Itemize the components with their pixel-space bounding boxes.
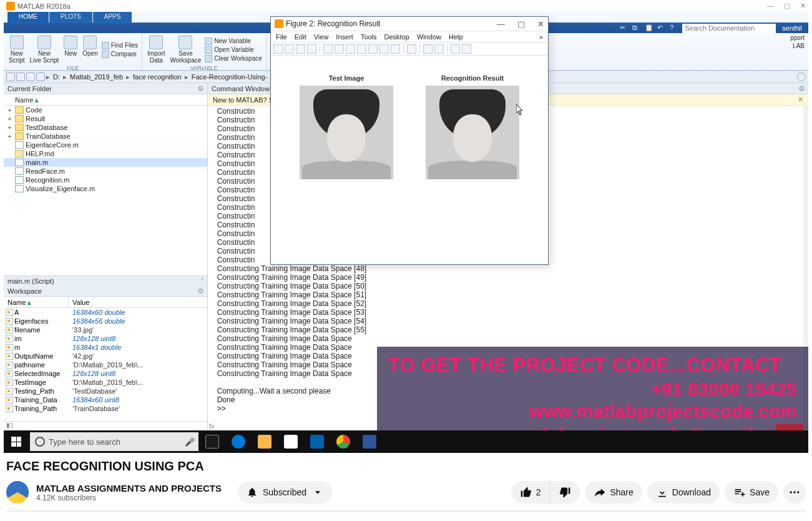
cf-item[interactable]: +Result: [4, 114, 207, 123]
search-documentation-input[interactable]: [682, 24, 776, 33]
ws-row[interactable]: TestImage'D:\Matlab_2019_feb\...: [4, 378, 207, 387]
cf-item[interactable]: main.m: [4, 158, 207, 167]
fx-label[interactable]: fx: [209, 422, 215, 430]
folder-icon[interactable]: [36, 72, 45, 81]
ws-row[interactable]: Training_Data16384x60 uint8: [4, 395, 207, 404]
banner-close-icon[interactable]: ✕: [798, 96, 803, 104]
figure-window[interactable]: Figure 2: Recognition Result — ▢ ✕ FileE…: [270, 16, 549, 265]
task-view-button[interactable]: [200, 430, 225, 453]
cf-column-header[interactable]: Name ▲: [4, 94, 207, 106]
cf-item[interactable]: +TrainDatabase: [4, 132, 207, 141]
fig-open-icon[interactable]: [285, 44, 294, 54]
crumb-2[interactable]: face recognition: [131, 73, 183, 81]
chrome-app-icon[interactable]: [331, 430, 356, 453]
tab-home[interactable]: HOME: [7, 12, 49, 22]
open-variable-button[interactable]: Open Variable: [205, 46, 262, 54]
fig-legend-icon[interactable]: [434, 44, 444, 54]
crumb-3[interactable]: Face-Recognition-Using-: [190, 73, 270, 81]
cf-item[interactable]: +TestDatabase: [4, 123, 207, 132]
windows-taskbar[interactable]: Type here to search 🎤: [4, 430, 808, 453]
qa-undo-icon[interactable]: ↶: [657, 24, 666, 32]
crumb-drive[interactable]: D:: [51, 73, 62, 81]
more-actions-button[interactable]: [783, 481, 806, 504]
cf-item[interactable]: Recognition.m: [4, 176, 207, 184]
fig-hide-icon[interactable]: [451, 44, 460, 54]
figure-menu-help[interactable]: Help: [449, 33, 463, 41]
cf-item[interactable]: HELP.md: [4, 149, 207, 158]
ws-row[interactable]: Testing_Path'TestDatabase': [4, 387, 207, 395]
new-button[interactable]: New: [62, 34, 79, 65]
ws-row[interactable]: OutputName'42.jpg': [4, 352, 207, 360]
explorer-app-icon[interactable]: [252, 430, 277, 453]
figure-toolbar[interactable]: [271, 42, 548, 56]
figure-menubar[interactable]: FileEditViewInsertToolsDesktopWindowHelp…: [271, 31, 548, 42]
fig-zoomin-icon[interactable]: [335, 44, 344, 54]
fig-pointer-icon[interactable]: [323, 44, 333, 54]
fig-new-icon[interactable]: [273, 44, 283, 54]
figure-menu-view[interactable]: View: [314, 33, 329, 41]
address-search-icon[interactable]: [797, 72, 806, 81]
fig-save-icon[interactable]: [296, 44, 305, 54]
ws-row[interactable]: filename'33.jpg': [4, 325, 207, 334]
ws-row[interactable]: Eigenfaces16384x56 double: [4, 317, 207, 325]
download-button[interactable]: Download: [647, 481, 720, 504]
fig-brush-icon[interactable]: [391, 44, 400, 54]
user-label[interactable]: senthil: [780, 24, 805, 32]
save-button[interactable]: Save: [725, 481, 778, 504]
figure-menu-insert[interactable]: Insert: [336, 33, 353, 41]
ws-row[interactable]: Training_Path'TrainDatabase': [4, 404, 207, 413]
workspace-columns[interactable]: Name ▲ Value: [4, 297, 207, 308]
tab-plots[interactable]: PLOTS: [49, 12, 92, 22]
dislike-button[interactable]: [550, 481, 580, 504]
crumb-1[interactable]: Matlab_2019_feb: [68, 73, 125, 81]
import-data-button[interactable]: Import Data: [146, 34, 166, 65]
new-script-button[interactable]: New Script: [7, 34, 26, 65]
share-button[interactable]: Share: [585, 481, 642, 504]
nav-up-icon[interactable]: [26, 72, 35, 81]
taskbar-search[interactable]: Type here to search 🎤: [30, 432, 198, 451]
nav-fwd-icon[interactable]: [16, 72, 25, 81]
fig-link-icon[interactable]: [407, 44, 416, 54]
workspace-slider[interactable]: ▮▯: [4, 421, 207, 430]
fig-dock-icon[interactable]: [462, 44, 471, 54]
workspace-list[interactable]: A16384x60 doubleEigenfaces16384x56 doubl…: [4, 308, 207, 421]
ws-row[interactable]: im128x128 uint8: [4, 334, 207, 343]
fig-rotate-icon[interactable]: [368, 44, 378, 54]
word-app-icon[interactable]: [357, 430, 382, 453]
figure-close-button[interactable]: ✕: [537, 19, 544, 29]
cf-item[interactable]: ReadFace.m: [4, 167, 207, 176]
save-workspace-button[interactable]: Save Workspace: [169, 34, 202, 65]
qa-cut-icon[interactable]: ✂: [620, 24, 629, 32]
ws-row[interactable]: m16384x1 double: [4, 343, 207, 352]
store-app-icon[interactable]: [278, 430, 303, 453]
fig-pan-icon[interactable]: [357, 44, 366, 54]
fig-print-icon[interactable]: [307, 44, 316, 54]
ws-row[interactable]: SelectedImage128x128 uint8: [4, 369, 207, 378]
details-expand-icon[interactable]: ˆ: [201, 277, 203, 285]
figure-menu-edit[interactable]: Edit: [295, 33, 306, 41]
figure-menu-desktop[interactable]: Desktop: [384, 33, 409, 41]
panel-dropdown-icon[interactable]: ⊙: [198, 84, 203, 92]
panel-dropdown-icon[interactable]: ⊙: [799, 84, 805, 92]
channel-avatar[interactable]: [6, 481, 29, 504]
window-close-button[interactable]: ✕: [800, 2, 806, 10]
start-button[interactable]: [4, 430, 29, 453]
current-folder-header[interactable]: Current Folder ⊙: [4, 83, 207, 94]
clear-workspace-button[interactable]: Clear Workspace: [205, 55, 262, 62]
edge-app-icon[interactable]: [226, 430, 251, 453]
fig-colorbar-icon[interactable]: [423, 44, 433, 54]
nav-back-icon[interactable]: [6, 72, 15, 81]
figure-menu-file[interactable]: File: [276, 33, 287, 41]
cf-item[interactable]: EigenfaceCore.m: [4, 141, 207, 149]
figure-menu-tools[interactable]: Tools: [361, 33, 377, 41]
fig-datatip-icon[interactable]: [379, 44, 389, 54]
description-box[interactable]: [6, 510, 806, 512]
qa-help-icon[interactable]: ?: [670, 24, 678, 32]
tab-apps[interactable]: APPS: [93, 12, 132, 22]
window-minimize-button[interactable]: —: [767, 2, 774, 10]
current-folder-list[interactable]: +Code+Result+TestDatabase+TrainDatabaseE…: [4, 106, 207, 275]
find-files-button[interactable]: Find Files: [102, 42, 138, 49]
microphone-icon[interactable]: 🎤: [185, 437, 193, 446]
open-button[interactable]: Open: [81, 34, 99, 65]
fig-zoomout-icon[interactable]: [346, 44, 355, 54]
